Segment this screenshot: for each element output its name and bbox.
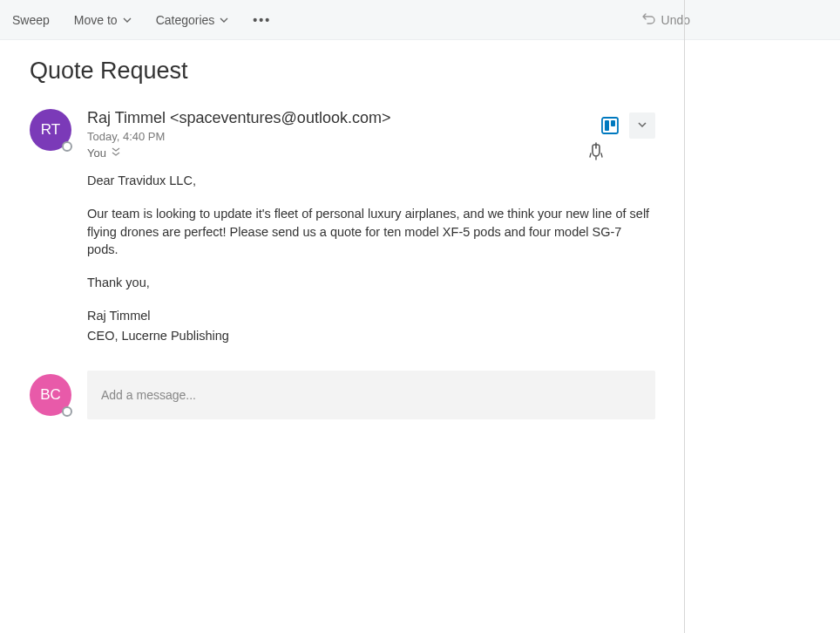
message-actions — [601, 112, 655, 139]
message-meta: Raj Timmel <spaceventures@outlook.com> T… — [87, 109, 655, 160]
sender-avatar[interactable]: RT — [30, 109, 71, 151]
pane-divider — [684, 0, 685, 633]
presence-indicator — [62, 141, 72, 152]
toolbar-left: Sweep Move to Categories ••• — [0, 0, 283, 40]
sweep-label: Sweep — [12, 13, 50, 27]
sender-line: Raj Timmel <spaceventures@outlook.com> — [87, 109, 655, 127]
signature-name: Raj Timmel — [87, 307, 654, 324]
move-to-button[interactable]: Move to — [62, 0, 144, 40]
chevron-down-icon — [220, 13, 228, 27]
body-greeting: Dear Travidux LLC, — [87, 172, 654, 189]
sweep-button[interactable]: Sweep — [0, 0, 62, 40]
categories-button[interactable]: Categories — [144, 0, 241, 40]
reply-area: BC — [30, 371, 655, 419]
body-main: Our team is looking to update it's fleet… — [87, 205, 654, 258]
email-subject: Quote Request — [30, 58, 655, 85]
svg-rect-0 — [602, 118, 618, 133]
chevron-down-icon — [123, 13, 132, 27]
signature-title: CEO, Lucerne Publishing — [87, 327, 654, 344]
presence-indicator — [62, 406, 72, 417]
body-thanks: Thank you, — [87, 274, 654, 291]
chevron-double-down-icon — [112, 146, 120, 160]
user-avatar[interactable]: BC — [30, 374, 71, 416]
more-actions-button[interactable]: ••• — [240, 0, 283, 40]
reply-input[interactable] — [87, 371, 655, 419]
toolbar: Sweep Move to Categories ••• Undo — [0, 0, 840, 40]
svg-rect-1 — [605, 120, 609, 131]
message-header: RT Raj Timmel <spaceventures@outlook.com… — [30, 109, 655, 160]
email-body: Dear Travidux LLC, Our team is looking t… — [87, 172, 654, 344]
email-reading-pane: Quote Request RT Raj Timmel <spaceventur… — [0, 40, 685, 419]
recipients-label: You — [87, 146, 106, 160]
trello-addin-button[interactable] — [601, 117, 619, 134]
message-more-button[interactable] — [629, 112, 655, 139]
svg-rect-2 — [611, 120, 615, 126]
ellipsis-icon: ••• — [253, 13, 271, 27]
chevron-down-icon — [637, 118, 647, 133]
categories-label: Categories — [156, 13, 215, 27]
move-to-label: Move to — [74, 13, 118, 27]
user-initials: BC — [40, 386, 61, 404]
undo-label: Undo — [661, 13, 690, 27]
undo-button[interactable]: Undo — [625, 11, 708, 28]
sender-initials: RT — [41, 121, 60, 139]
undo-icon — [642, 11, 661, 28]
timestamp: Today, 4:40 PM — [87, 130, 655, 143]
recipients-toggle[interactable]: You — [87, 146, 655, 160]
